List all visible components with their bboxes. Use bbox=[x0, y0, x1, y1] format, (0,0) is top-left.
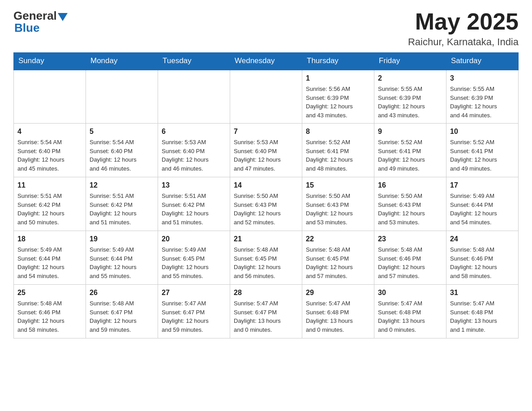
calendar-week-row: 4Sunrise: 5:54 AM Sunset: 6:40 PM Daylig… bbox=[14, 124, 519, 177]
day-info: Sunrise: 5:47 AM Sunset: 6:48 PM Dayligh… bbox=[378, 300, 425, 333]
day-info: Sunrise: 5:49 AM Sunset: 6:44 PM Dayligh… bbox=[90, 246, 137, 279]
day-info: Sunrise: 5:50 AM Sunset: 6:43 PM Dayligh… bbox=[234, 193, 281, 226]
day-info: Sunrise: 5:47 AM Sunset: 6:47 PM Dayligh… bbox=[234, 300, 281, 333]
calendar-cell: 6Sunrise: 5:53 AM Sunset: 6:40 PM Daylig… bbox=[158, 124, 230, 177]
day-number: 13 bbox=[162, 180, 226, 191]
calendar-cell: 23Sunrise: 5:48 AM Sunset: 6:46 PM Dayli… bbox=[374, 231, 446, 285]
calendar-cell: 28Sunrise: 5:47 AM Sunset: 6:47 PM Dayli… bbox=[230, 285, 302, 338]
day-number: 7 bbox=[234, 126, 298, 137]
logo-blue-text: Blue bbox=[14, 21, 39, 35]
day-number: 21 bbox=[234, 234, 298, 244]
day-number: 4 bbox=[17, 126, 82, 137]
day-number: 15 bbox=[306, 180, 370, 191]
day-info: Sunrise: 5:53 AM Sunset: 6:40 PM Dayligh… bbox=[234, 139, 281, 172]
day-number: 28 bbox=[234, 287, 298, 298]
day-number: 6 bbox=[162, 126, 226, 137]
calendar-cell: 18Sunrise: 5:49 AM Sunset: 6:44 PM Dayli… bbox=[14, 231, 86, 285]
day-number: 18 bbox=[17, 234, 82, 244]
day-info: Sunrise: 5:55 AM Sunset: 6:39 PM Dayligh… bbox=[450, 86, 497, 119]
day-info: Sunrise: 5:48 AM Sunset: 6:45 PM Dayligh… bbox=[234, 246, 281, 279]
day-info: Sunrise: 5:52 AM Sunset: 6:41 PM Dayligh… bbox=[378, 139, 425, 172]
day-number: 26 bbox=[90, 287, 154, 298]
calendar-cell: 11Sunrise: 5:51 AM Sunset: 6:42 PM Dayli… bbox=[14, 177, 86, 231]
day-info: Sunrise: 5:53 AM Sunset: 6:40 PM Dayligh… bbox=[162, 139, 209, 172]
calendar-cell bbox=[86, 70, 158, 124]
calendar-cell: 15Sunrise: 5:50 AM Sunset: 6:43 PM Dayli… bbox=[302, 177, 374, 231]
calendar-table: SundayMondayTuesdayWednesdayThursdayFrid… bbox=[13, 52, 519, 338]
weekday-header-monday: Monday bbox=[86, 53, 158, 70]
location-title: Raichur, Karnataka, India bbox=[408, 36, 519, 48]
day-info: Sunrise: 5:54 AM Sunset: 6:40 PM Dayligh… bbox=[17, 139, 64, 172]
day-info: Sunrise: 5:52 AM Sunset: 6:41 PM Dayligh… bbox=[450, 139, 497, 172]
calendar-cell: 16Sunrise: 5:50 AM Sunset: 6:43 PM Dayli… bbox=[374, 177, 446, 231]
day-number: 24 bbox=[450, 234, 515, 244]
day-info: Sunrise: 5:50 AM Sunset: 6:43 PM Dayligh… bbox=[378, 193, 425, 226]
title-block: May 2025 Raichur, Karnataka, India bbox=[408, 9, 519, 48]
calendar-cell: 27Sunrise: 5:47 AM Sunset: 6:47 PM Dayli… bbox=[158, 285, 230, 338]
calendar-cell: 1Sunrise: 5:56 AM Sunset: 6:39 PM Daylig… bbox=[302, 70, 374, 124]
calendar-cell: 12Sunrise: 5:51 AM Sunset: 6:42 PM Dayli… bbox=[86, 177, 158, 231]
day-number: 3 bbox=[450, 73, 515, 84]
page-header: General Blue May 2025 Raichur, Karnataka… bbox=[13, 9, 519, 48]
day-info: Sunrise: 5:49 AM Sunset: 6:44 PM Dayligh… bbox=[450, 193, 497, 226]
day-number: 29 bbox=[306, 287, 370, 298]
day-info: Sunrise: 5:50 AM Sunset: 6:43 PM Dayligh… bbox=[306, 193, 353, 226]
calendar-cell bbox=[14, 70, 86, 124]
calendar-cell: 31Sunrise: 5:47 AM Sunset: 6:48 PM Dayli… bbox=[446, 285, 519, 338]
day-info: Sunrise: 5:47 AM Sunset: 6:48 PM Dayligh… bbox=[450, 300, 497, 333]
calendar-week-row: 25Sunrise: 5:48 AM Sunset: 6:46 PM Dayli… bbox=[14, 285, 519, 338]
day-number: 23 bbox=[378, 234, 442, 244]
day-number: 19 bbox=[90, 234, 154, 244]
calendar-cell: 3Sunrise: 5:55 AM Sunset: 6:39 PM Daylig… bbox=[446, 70, 519, 124]
day-number: 9 bbox=[378, 126, 442, 137]
calendar-cell bbox=[230, 70, 302, 124]
calendar-cell: 30Sunrise: 5:47 AM Sunset: 6:48 PM Dayli… bbox=[374, 285, 446, 338]
day-number: 20 bbox=[162, 234, 226, 244]
calendar-cell: 22Sunrise: 5:48 AM Sunset: 6:45 PM Dayli… bbox=[302, 231, 374, 285]
weekday-header-friday: Friday bbox=[374, 53, 446, 70]
day-info: Sunrise: 5:51 AM Sunset: 6:42 PM Dayligh… bbox=[90, 193, 137, 226]
calendar-cell: 21Sunrise: 5:48 AM Sunset: 6:45 PM Dayli… bbox=[230, 231, 302, 285]
day-info: Sunrise: 5:48 AM Sunset: 6:47 PM Dayligh… bbox=[90, 300, 137, 333]
day-info: Sunrise: 5:51 AM Sunset: 6:42 PM Dayligh… bbox=[17, 193, 64, 226]
calendar-cell: 10Sunrise: 5:52 AM Sunset: 6:41 PM Dayli… bbox=[446, 124, 519, 177]
day-number: 14 bbox=[234, 180, 298, 191]
day-number: 22 bbox=[306, 234, 370, 244]
weekday-header-row: SundayMondayTuesdayWednesdayThursdayFrid… bbox=[14, 53, 519, 70]
weekday-header-thursday: Thursday bbox=[302, 53, 374, 70]
calendar-cell: 24Sunrise: 5:48 AM Sunset: 6:46 PM Dayli… bbox=[446, 231, 519, 285]
day-info: Sunrise: 5:47 AM Sunset: 6:48 PM Dayligh… bbox=[306, 300, 353, 333]
day-info: Sunrise: 5:48 AM Sunset: 6:46 PM Dayligh… bbox=[17, 300, 64, 333]
day-info: Sunrise: 5:55 AM Sunset: 6:39 PM Dayligh… bbox=[378, 86, 425, 119]
day-info: Sunrise: 5:48 AM Sunset: 6:46 PM Dayligh… bbox=[450, 246, 497, 279]
calendar-cell: 14Sunrise: 5:50 AM Sunset: 6:43 PM Dayli… bbox=[230, 177, 302, 231]
day-number: 2 bbox=[378, 73, 442, 84]
calendar-week-row: 1Sunrise: 5:56 AM Sunset: 6:39 PM Daylig… bbox=[14, 70, 519, 124]
calendar-cell: 29Sunrise: 5:47 AM Sunset: 6:48 PM Dayli… bbox=[302, 285, 374, 338]
calendar-cell: 2Sunrise: 5:55 AM Sunset: 6:39 PM Daylig… bbox=[374, 70, 446, 124]
weekday-header-wednesday: Wednesday bbox=[230, 53, 302, 70]
day-number: 17 bbox=[450, 180, 515, 191]
day-number: 16 bbox=[378, 180, 442, 191]
calendar-cell: 7Sunrise: 5:53 AM Sunset: 6:40 PM Daylig… bbox=[230, 124, 302, 177]
calendar-cell: 20Sunrise: 5:49 AM Sunset: 6:45 PM Dayli… bbox=[158, 231, 230, 285]
day-number: 27 bbox=[162, 287, 226, 298]
weekday-header-saturday: Saturday bbox=[446, 53, 519, 70]
day-info: Sunrise: 5:51 AM Sunset: 6:42 PM Dayligh… bbox=[162, 193, 209, 226]
calendar-cell: 4Sunrise: 5:54 AM Sunset: 6:40 PM Daylig… bbox=[14, 124, 86, 177]
logo: General Blue bbox=[13, 9, 68, 35]
calendar-cell: 26Sunrise: 5:48 AM Sunset: 6:47 PM Dayli… bbox=[86, 285, 158, 338]
day-number: 30 bbox=[378, 287, 442, 298]
calendar-cell: 13Sunrise: 5:51 AM Sunset: 6:42 PM Dayli… bbox=[158, 177, 230, 231]
weekday-header-sunday: Sunday bbox=[14, 53, 86, 70]
day-number: 10 bbox=[450, 126, 515, 137]
day-number: 12 bbox=[90, 180, 154, 191]
day-info: Sunrise: 5:56 AM Sunset: 6:39 PM Dayligh… bbox=[306, 86, 353, 119]
day-info: Sunrise: 5:48 AM Sunset: 6:46 PM Dayligh… bbox=[378, 246, 425, 279]
calendar-cell: 17Sunrise: 5:49 AM Sunset: 6:44 PM Dayli… bbox=[446, 177, 519, 231]
calendar-cell bbox=[158, 70, 230, 124]
day-number: 1 bbox=[306, 73, 370, 84]
day-number: 31 bbox=[450, 287, 515, 298]
day-info: Sunrise: 5:49 AM Sunset: 6:45 PM Dayligh… bbox=[162, 246, 209, 279]
day-number: 8 bbox=[306, 126, 370, 137]
